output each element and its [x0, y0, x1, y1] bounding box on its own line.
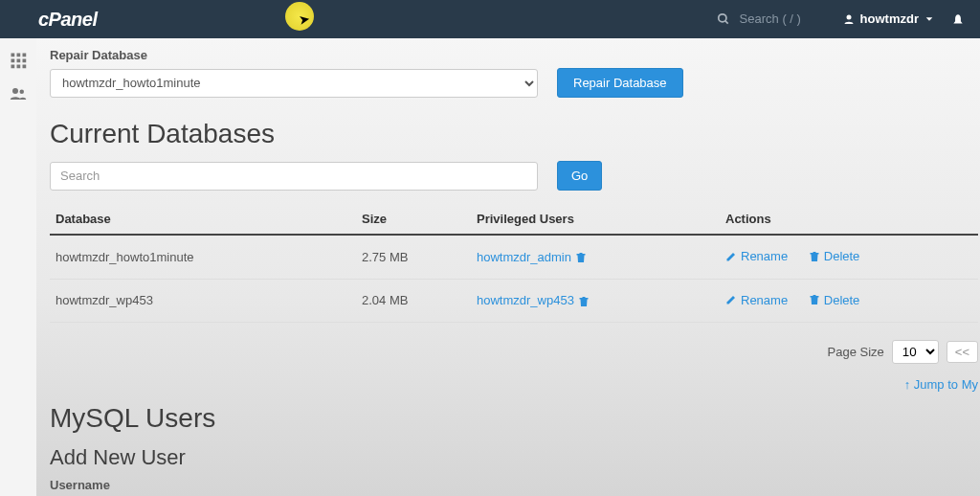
trash-icon[interactable]: [575, 250, 587, 264]
db-name: howtmzdr_wp453: [50, 279, 356, 323]
db-user-link[interactable]: howtmzdr_wp453: [477, 293, 574, 307]
svg-point-0: [718, 14, 725, 22]
page-size-label: Page Size: [828, 345, 884, 359]
global-search-input[interactable]: [740, 11, 826, 26]
users-icon[interactable]: [9, 83, 28, 103]
svg-line-1: [724, 21, 727, 24]
svg-rect-6: [11, 59, 15, 63]
search-icon: [717, 12, 730, 26]
page-prev-button[interactable]: <<: [947, 341, 978, 363]
rename-button[interactable]: Rename: [725, 249, 788, 263]
svg-rect-7: [17, 59, 21, 63]
trash-icon: [809, 294, 820, 305]
chevron-down-icon: [924, 14, 934, 24]
main-content: Repair Database howtmzdr_howto1minute Re…: [36, 38, 980, 492]
db-name: howtmzdr_howto1minute: [50, 235, 356, 279]
user-icon: [843, 13, 855, 25]
col-actions: Actions: [720, 204, 978, 235]
user-menu[interactable]: howtmzdr: [843, 11, 934, 26]
svg-rect-3: [11, 54, 15, 57]
pencil-icon: [725, 294, 737, 305]
current-databases-title: Current Databases: [50, 119, 980, 149]
trash-icon: [809, 251, 820, 262]
add-new-user-title: Add New User: [50, 445, 980, 470]
table-header-row: Database Size Privileged Users Actions: [50, 204, 978, 235]
svg-point-13: [20, 90, 25, 95]
db-size: 2.04 MB: [356, 279, 471, 323]
jump-link-row: ↑ Jump to My: [50, 377, 978, 392]
svg-rect-4: [17, 54, 21, 57]
username-field-label: Username: [50, 478, 980, 492]
logo[interactable]: cPanel: [38, 9, 97, 31]
svg-point-2: [846, 14, 851, 19]
repair-db-select[interactable]: howtmzdr_howto1minute: [50, 69, 538, 98]
col-size: Size: [356, 204, 471, 235]
topbar: cPanel howtmzdr: [0, 0, 980, 38]
svg-rect-5: [23, 54, 27, 57]
delete-button[interactable]: Delete: [809, 249, 860, 263]
bell-icon[interactable]: [951, 11, 965, 27]
table-row: howtmzdr_wp453 2.04 MB howtmzdr_wp453 Re…: [50, 279, 978, 323]
sidebar: [0, 38, 36, 496]
svg-rect-9: [11, 65, 15, 69]
jump-to-link[interactable]: ↑ Jump to My: [904, 377, 978, 392]
svg-rect-8: [23, 59, 27, 63]
search-databases-input[interactable]: [50, 162, 538, 191]
pencil-icon: [725, 251, 737, 262]
svg-rect-11: [23, 65, 27, 69]
databases-table: Database Size Privileged Users Actions h…: [50, 204, 978, 323]
username-label: howtmzdr: [860, 11, 919, 26]
grid-icon[interactable]: [10, 50, 27, 70]
global-search[interactable]: [717, 11, 826, 26]
delete-button[interactable]: Delete: [809, 293, 860, 307]
page-size-select[interactable]: 10: [892, 340, 939, 364]
db-size: 2.75 MB: [356, 235, 471, 279]
pagination: Page Size 10 <<: [50, 340, 978, 364]
repair-label: Repair Database: [50, 48, 980, 62]
table-row: howtmzdr_howto1minute 2.75 MB howtmzdr_a…: [50, 235, 978, 279]
search-go-button[interactable]: Go: [557, 161, 602, 191]
col-database: Database: [50, 204, 356, 235]
svg-rect-10: [17, 65, 21, 69]
rename-button[interactable]: Rename: [725, 293, 788, 307]
db-user-link[interactable]: howtmzdr_admin: [477, 250, 571, 264]
repair-db-button[interactable]: Repair Database: [557, 68, 683, 98]
arrow-up-icon: ↑: [904, 377, 914, 392]
mysql-users-title: MySQL Users: [50, 403, 980, 434]
svg-point-12: [12, 88, 18, 94]
col-users: Privileged Users: [471, 204, 720, 235]
trash-icon[interactable]: [578, 293, 590, 307]
